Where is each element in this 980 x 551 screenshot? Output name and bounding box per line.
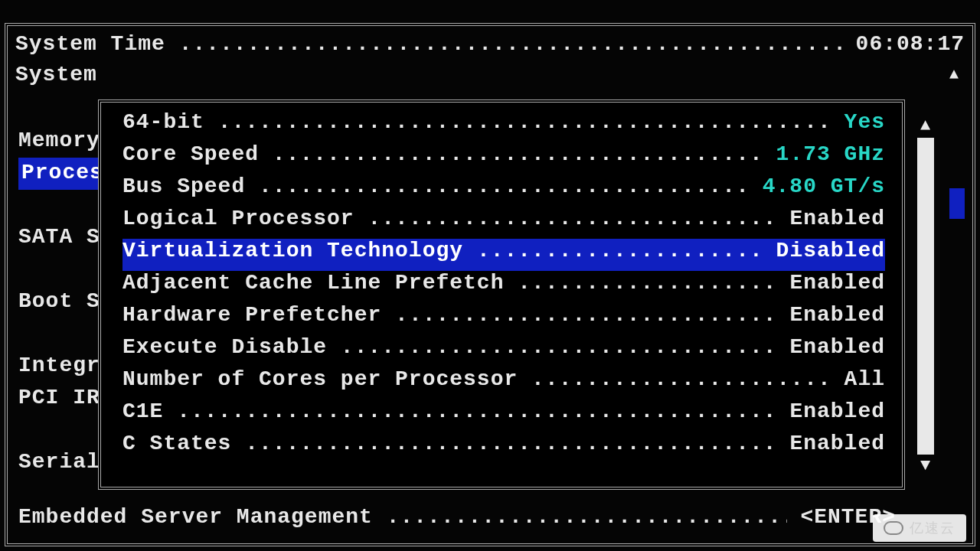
- setting-value: 4.80 GT/s: [763, 174, 885, 198]
- footer-label: Embedded Server Management: [18, 505, 373, 529]
- setting-row-hardware-prefetcher[interactable]: Hardware Prefetcher ....................…: [122, 303, 885, 335]
- left-menu-item-sata s[interactable]: SATA S: [18, 222, 106, 254]
- setting-row-adjacent-cache-line-prefetch[interactable]: Adjacent Cache Line Prefetch ...........…: [122, 271, 885, 303]
- left-menu-item-blank: [18, 190, 106, 222]
- setting-row-c-states[interactable]: C States ...............................…: [122, 432, 885, 464]
- setting-row-logical-processor[interactable]: Logical Processor ......................…: [122, 207, 885, 239]
- cloud-icon: [884, 521, 903, 535]
- scroll-track[interactable]: [917, 138, 934, 455]
- outer-scroll-thumb[interactable]: [949, 188, 965, 219]
- scroll-down-icon[interactable]: ▼: [917, 458, 934, 474]
- watermark-text: 亿速云: [910, 519, 956, 537]
- left-menu-item-proces[interactable]: Proces: [18, 158, 106, 190]
- dots: ........................................…: [179, 32, 842, 56]
- setting-label: Number of Cores per Processor: [122, 367, 518, 391]
- setting-label: Core Speed: [122, 142, 259, 166]
- row-system: System: [15, 63, 965, 93]
- dots: ........................................…: [387, 505, 787, 529]
- setting-label: 64-bit: [122, 110, 204, 134]
- setting-row-c1e[interactable]: C1E ....................................…: [122, 399, 885, 432]
- dots: ........................................…: [531, 367, 831, 391]
- setting-value: All: [844, 367, 885, 391]
- dots: ........................................…: [368, 207, 776, 230]
- setting-value: Disabled: [776, 239, 885, 262]
- setting-row-bus-speed[interactable]: Bus Speed ..............................…: [122, 174, 885, 207]
- setting-label: C1E: [122, 399, 163, 423]
- left-menu-item-blank: [18, 254, 106, 286]
- setting-value: Enabled: [789, 303, 885, 327]
- left-menu-item-pci ir[interactable]: PCI IR: [18, 383, 106, 415]
- outer-scroll-up-icon[interactable]: ▲: [949, 66, 959, 83]
- row-embedded-server-management[interactable]: Embedded Server Management .............…: [18, 505, 896, 536]
- watermark: 亿速云: [873, 514, 966, 542]
- setting-label: Adjacent Cache Line Prefetch: [122, 271, 504, 295]
- dots: ........................................…: [218, 110, 831, 134]
- row-system-time: System Time ............................…: [15, 32, 965, 63]
- setting-label: C States: [122, 432, 231, 455]
- dots: ........................................…: [273, 142, 763, 166]
- setting-label: Hardware Prefetcher: [122, 303, 381, 327]
- system-time-value: 06:08:17: [856, 32, 965, 56]
- setting-value: Yes: [844, 110, 885, 134]
- dots: ........................................…: [477, 239, 763, 262]
- setting-value: Enabled: [789, 271, 885, 295]
- setting-value: Enabled: [789, 335, 885, 359]
- dots: ........................................…: [341, 335, 776, 359]
- dots: ........................................…: [395, 303, 776, 327]
- setting-row-64-bit[interactable]: 64-bit .................................…: [122, 110, 885, 142]
- setting-label: Virtualization Technology: [122, 239, 463, 262]
- setting-label: Bus Speed: [122, 174, 245, 198]
- outer-scrollbar[interactable]: ▲: [949, 66, 965, 497]
- setting-value: Enabled: [789, 207, 885, 230]
- bios-screen: System Time ............................…: [0, 0, 980, 551]
- left-menu-item-serial[interactable]: Serial: [18, 447, 106, 479]
- dots: ........................................…: [177, 399, 776, 423]
- system-time-label: System Time: [15, 32, 165, 56]
- left-menu-item-memory[interactable]: Memory: [18, 126, 106, 158]
- setting-value: 1.73 GHz: [776, 142, 885, 166]
- processor-settings-panel: 64-bit .................................…: [98, 99, 905, 490]
- scroll-up-icon[interactable]: ▲: [917, 118, 934, 135]
- outer-frame: System Time ............................…: [5, 23, 975, 546]
- setting-row-core-speed[interactable]: Core Speed .............................…: [122, 142, 885, 174]
- setting-row-execute-disable[interactable]: Execute Disable ........................…: [122, 335, 885, 367]
- dots: ........................................…: [245, 432, 776, 455]
- setting-value: Enabled: [789, 399, 885, 423]
- setting-row-number-of-cores-per-processor[interactable]: Number of Cores per Processor ..........…: [122, 367, 885, 399]
- left-menu: MemoryProcesSATA SBoot SIntegrPCI IRSeri…: [18, 61, 106, 479]
- panel-scrollbar[interactable]: ▲ ▼: [917, 116, 934, 476]
- left-menu-item-integr[interactable]: Integr: [18, 350, 106, 383]
- setting-label: Logical Processor: [122, 207, 354, 230]
- left-menu-item-blank: [18, 415, 106, 447]
- setting-label: Execute Disable: [122, 335, 327, 359]
- left-menu-item-boot s[interactable]: Boot S: [18, 286, 106, 318]
- left-menu-item-blank: [18, 318, 106, 350]
- dots: ........................................…: [259, 174, 749, 198]
- setting-row-virtualization-technology[interactable]: Virtualization Technology ..............…: [122, 239, 885, 271]
- setting-value: Enabled: [789, 432, 885, 455]
- dots: ........................................…: [518, 271, 776, 295]
